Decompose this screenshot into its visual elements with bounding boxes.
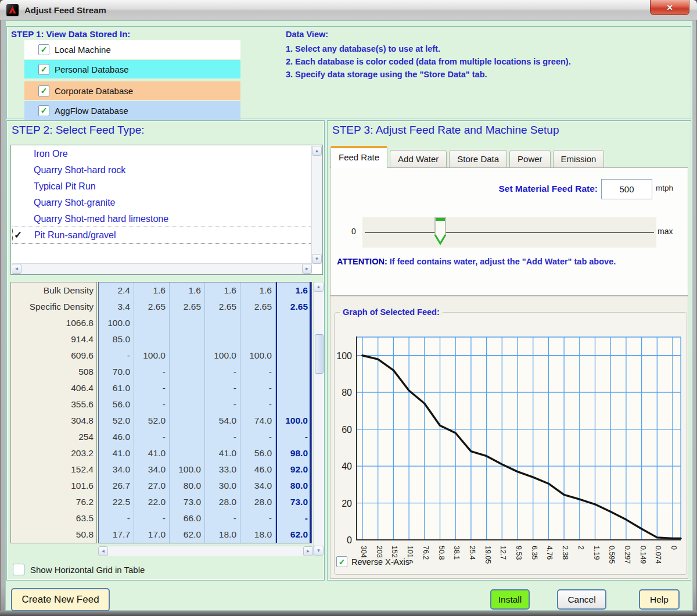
window-title: Adjust Feed Stream — [24, 5, 106, 15]
table-cell: 2.65 — [170, 299, 205, 315]
table-cell: 100.0 — [240, 348, 276, 364]
table-cell: 1.6 — [276, 282, 311, 299]
feed-type-quarry-shot-hard-rock[interactable]: Quarry Shot-hard rock — [11, 162, 322, 178]
data-view-help: Data View: 1. Select any database(s) to … — [286, 30, 571, 81]
feed-type-pit-run-sand-gravel[interactable]: ✓Pit Run-sand/gravel — [12, 227, 312, 243]
close-button[interactable]: ✕ — [650, 0, 689, 15]
feed-type-typical-pit-run[interactable]: Typical Pit Run — [11, 178, 322, 194]
attention-note: ATTENTION: If feed contains water, adjus… — [337, 257, 616, 266]
table-cell: 54.0 — [205, 413, 240, 429]
database-option-local-machine[interactable]: ✓Local Machine — [24, 40, 240, 59]
data-view-lines: 1. Select any database(s) to use at left… — [286, 42, 571, 81]
checkbox-checked-icon[interactable]: ✓ — [38, 44, 49, 55]
show-grid-checkbox[interactable] — [13, 564, 24, 575]
scroll-right-icon[interactable]: ► — [302, 264, 312, 274]
graph-zone: Graph of Selected Feed: 020406080100304.… — [330, 296, 688, 579]
selected-check-icon: ✓ — [14, 227, 22, 243]
table-cell: 34.0 — [240, 478, 276, 494]
feed-list-horizontal-scrollbar[interactable]: ◄ ► — [12, 263, 312, 274]
tab-feed-rate[interactable]: Feed Rate — [330, 146, 387, 168]
show-horizontal-grid-option[interactable]: Show Horizontal Grid in Table — [13, 564, 145, 575]
database-option-aggflow-database[interactable]: ✓AggFlow Database — [24, 101, 240, 120]
slider-thumb[interactable] — [434, 217, 447, 246]
table-cell: 74.0 — [240, 413, 276, 429]
table-cell: 1.6 — [170, 282, 205, 299]
table-cell: 56.0 — [99, 396, 134, 413]
table-cell: 56.0 — [240, 445, 276, 461]
window-bottom-edge — [0, 611, 697, 616]
install-button[interactable]: Install — [490, 589, 530, 610]
table-cell — [240, 331, 276, 348]
checkbox-checked-icon[interactable]: ✓ — [38, 64, 49, 75]
reverse-x-label: Reverse X-Axis — [351, 557, 409, 567]
table-cell: 46.0 — [240, 461, 276, 478]
help-button[interactable]: Help — [639, 589, 680, 610]
table-row-label: 50.8 — [11, 527, 96, 543]
window: Adjust Feed Stream ✕ STEP 1: View Data S… — [0, 0, 697, 616]
step3-panel: STEP 3: Adjust Feed Rate and Machine Set… — [327, 120, 691, 581]
table-horizontal-scrollbar[interactable]: ◄ ► — [98, 546, 313, 556]
table-cell: 70.0 — [99, 364, 134, 380]
table-cell — [170, 396, 205, 413]
tab-emission[interactable]: Emission — [553, 150, 605, 168]
table-cell: 27.0 — [134, 478, 170, 494]
table-cell: - — [134, 510, 170, 527]
scroll-right-icon[interactable]: ► — [303, 546, 313, 556]
tab-power[interactable]: Power — [509, 150, 551, 168]
table-cell: 61.0 — [99, 380, 134, 396]
scroll-left-icon[interactable]: ◄ — [98, 546, 108, 556]
table-cell: 73.0 — [170, 494, 205, 510]
svg-text:0.297: 0.297 — [623, 546, 631, 564]
feed-rate-unit: mtph — [656, 184, 673, 192]
svg-text:0.595: 0.595 — [608, 546, 616, 564]
title-bar[interactable]: Adjust Feed Stream ✕ — [0, 0, 697, 20]
table-cell: 2.65 — [276, 299, 311, 315]
table-cell: - — [134, 380, 170, 396]
table-vertical-scrollbar[interactable]: ▲ ▼ — [313, 282, 324, 556]
tab-add-water[interactable]: Add Water — [390, 150, 447, 168]
scroll-left-icon[interactable]: ◄ — [12, 264, 21, 274]
svg-text:6.35: 6.35 — [530, 546, 538, 560]
tab-store-data[interactable]: Store Data — [449, 150, 507, 168]
reverse-x-axis-option[interactable]: ✓ Reverse X-Axis — [336, 556, 409, 567]
database-label: Corporate Database — [55, 86, 133, 96]
cancel-button[interactable]: Cancel — [557, 589, 606, 610]
table-cell — [276, 315, 311, 331]
slider-track[interactable] — [365, 232, 654, 233]
database-option-personal-database[interactable]: ✓Personal Database — [24, 60, 240, 78]
scroll-up-icon[interactable]: ▲ — [314, 282, 324, 292]
table-cell: 2.65 — [240, 299, 276, 315]
feed-type-list[interactable]: Iron OreQuarry Shot-hard rockTypical Pit… — [10, 145, 323, 275]
data-view-line: 2. Each database is color coded (data fr… — [286, 55, 571, 68]
svg-text:2.38: 2.38 — [561, 546, 569, 560]
app-icon — [6, 4, 19, 16]
table-row-label: 914.4 — [11, 331, 96, 348]
scrollbar-thumb[interactable] — [315, 334, 324, 374]
feed-type-quarry-shot-granite[interactable]: Quarry Shot-granite — [11, 195, 322, 210]
scroll-up-icon[interactable]: ▲ — [312, 146, 322, 156]
feed-type-quarry-shot-med-hard-limestone[interactable]: Quarry Shot-med hard limestone — [11, 211, 322, 227]
svg-text:50.8: 50.8 — [437, 546, 445, 560]
scroll-down-icon[interactable]: ▼ — [314, 546, 324, 556]
checkbox-checked-icon[interactable]: ✓ — [38, 85, 49, 96]
svg-text:0.074: 0.074 — [654, 546, 662, 564]
table-row-label: 355.6 — [11, 396, 96, 413]
checkbox-checked-icon[interactable]: ✓ — [38, 105, 49, 116]
svg-text:60: 60 — [342, 425, 352, 435]
table-cell: 2.65 — [205, 299, 240, 315]
feed-list-vertical-scrollbar[interactable]: ▲ ▼ — [311, 146, 322, 264]
create-new-feed-button[interactable]: Create New Feed — [11, 588, 110, 611]
step3-title: STEP 3: Adjust Feed Rate and Machine Set… — [332, 124, 559, 137]
dialog-body: STEP 1: View Data Stored In: ✓Local Mach… — [5, 20, 693, 611]
table-cell: 34.0 — [99, 461, 134, 478]
database-option-corporate-database[interactable]: ✓Corporate Database — [24, 81, 240, 100]
table-cell — [276, 348, 311, 364]
feed-type-iron-ore[interactable]: Iron Ore — [11, 146, 322, 162]
svg-text:12.7: 12.7 — [499, 546, 507, 560]
reverse-x-checkbox[interactable]: ✓ — [336, 556, 347, 567]
feed-rate-input[interactable] — [601, 179, 652, 199]
table-cell: 2.65 — [134, 299, 170, 315]
feed-type-label: Typical Pit Run — [34, 181, 96, 191]
scroll-down-icon[interactable]: ▼ — [312, 254, 322, 264]
table-row-label: 508 — [11, 364, 96, 380]
